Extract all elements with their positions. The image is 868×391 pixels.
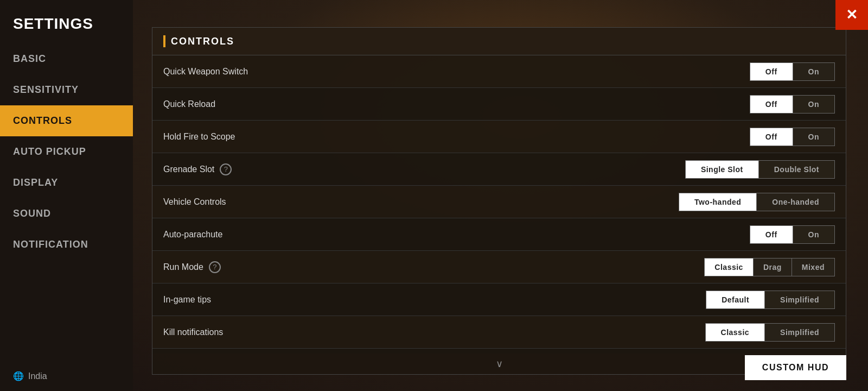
setting-label-run-mode: Run Mode? — [163, 261, 704, 273]
sidebar-item-auto-pickup[interactable]: AUTO PICKUP — [0, 136, 133, 167]
globe-icon: 🌐 — [13, 371, 24, 381]
main-panel: CONTROLS Quick Weapon SwitchOffOnQuick R… — [152, 27, 846, 375]
close-icon: ✕ — [846, 7, 858, 23]
sidebar-item-display[interactable]: DISPLAY — [0, 167, 133, 198]
setting-label-vehicle-controls: Vehicle Controls — [163, 197, 679, 207]
setting-text-kill-notifications: Kill notifications — [163, 327, 223, 337]
setting-label-hold-fire-scope: Hold Fire to Scope — [163, 132, 750, 142]
setting-label-quick-weapon-switch: Quick Weapon Switch — [163, 67, 750, 77]
setting-text-quick-reload: Quick Reload — [163, 99, 215, 109]
toggle-btn-quick-reload-0[interactable]: Off — [750, 96, 793, 113]
setting-text-vehicle-controls: Vehicle Controls — [163, 197, 226, 207]
help-icon-run-mode[interactable]: ? — [209, 261, 221, 273]
toggle-btn-auto-parachute-1[interactable]: On — [793, 226, 834, 243]
settings-list: Quick Weapon SwitchOffOnQuick ReloadOffO… — [152, 55, 846, 354]
toggle-group-grenade-slot: Single SlotDouble Slot — [685, 160, 835, 179]
toggle-btn-quick-weapon-switch-1[interactable]: On — [793, 63, 834, 80]
help-icon-grenade-slot[interactable]: ? — [220, 163, 232, 175]
toggle-btn-run-mode-1[interactable]: Drag — [754, 258, 792, 276]
setting-row-grenade-slot: Grenade Slot?Single SlotDouble Slot — [152, 153, 846, 186]
setting-text-in-game-tips: In-game tips — [163, 295, 211, 305]
setting-label-auto-parachute: Auto-parachute — [163, 230, 750, 239]
setting-row-auto-parachute: Auto-parachuteOffOn — [152, 218, 846, 251]
toggle-btn-run-mode-2[interactable]: Mixed — [792, 258, 834, 276]
sidebar-footer: 🌐 India — [0, 361, 133, 391]
section-bar-accent — [163, 35, 165, 47]
setting-text-grenade-slot: Grenade Slot — [163, 165, 214, 174]
toggle-btn-grenade-slot-0[interactable]: Single Slot — [686, 161, 759, 178]
sidebar-item-sensitivity[interactable]: SENSITIVITY — [0, 74, 133, 105]
toggle-group-auto-parachute: OffOn — [750, 225, 835, 244]
setting-text-hold-fire-scope: Hold Fire to Scope — [163, 132, 235, 142]
toggle-btn-auto-parachute-0[interactable]: Off — [750, 226, 793, 243]
setting-row-hold-fire-scope: Hold Fire to ScopeOffOn — [152, 121, 846, 153]
toggle-group-vehicle-controls: Two-handedOne-handed — [679, 193, 835, 211]
toggle-btn-grenade-slot-1[interactable]: Double Slot — [759, 161, 834, 178]
setting-row-run-mode: Run Mode?ClassicDragMixed — [152, 251, 846, 283]
toggle-btn-kill-notifications-0[interactable]: Classic — [706, 324, 765, 341]
setting-label-quick-reload: Quick Reload — [163, 99, 750, 109]
setting-text-auto-parachute: Auto-parachute — [163, 230, 222, 239]
toggle-btn-vehicle-controls-0[interactable]: Two-handed — [679, 193, 757, 211]
setting-label-kill-notifications: Kill notifications — [163, 327, 705, 337]
custom-hud-button[interactable]: CUSTOM HUD — [745, 355, 846, 380]
close-button[interactable]: ✕ — [835, 0, 868, 30]
toggle-btn-hold-fire-scope-1[interactable]: On — [793, 128, 834, 146]
scroll-down-indicator[interactable]: ∨ — [152, 354, 846, 374]
setting-row-kill-notifications: Kill notificationsClassicSimplified — [152, 316, 846, 349]
toggle-btn-kill-notifications-1[interactable]: Simplified — [765, 324, 834, 341]
setting-label-grenade-slot: Grenade Slot? — [163, 163, 685, 175]
section-title: CONTROLS — [171, 36, 234, 47]
toggle-btn-in-game-tips-1[interactable]: Simplified — [765, 291, 834, 308]
toggle-btn-run-mode-0[interactable]: Classic — [705, 258, 754, 276]
setting-label-in-game-tips: In-game tips — [163, 295, 706, 305]
toggle-group-run-mode: ClassicDragMixed — [704, 258, 835, 276]
setting-row-quick-weapon-switch: Quick Weapon SwitchOffOn — [152, 55, 846, 88]
toggle-btn-vehicle-controls-1[interactable]: One-handed — [757, 193, 834, 211]
region-label: India — [28, 371, 47, 381]
toggle-btn-quick-weapon-switch-0[interactable]: Off — [750, 63, 793, 80]
toggle-group-in-game-tips: DefaultSimplified — [706, 291, 835, 309]
toggle-group-kill-notifications: ClassicSimplified — [705, 323, 835, 342]
setting-row-vehicle-controls: Vehicle ControlsTwo-handedOne-handed — [152, 186, 846, 218]
sidebar: SETTINGS BASIC SENSITIVITY CONTROLS AUTO… — [0, 0, 133, 391]
app-title: SETTINGS — [0, 5, 133, 43]
sidebar-item-controls[interactable]: CONTROLS — [0, 105, 133, 136]
setting-row-quick-reload: Quick ReloadOffOn — [152, 88, 846, 121]
setting-text-quick-weapon-switch: Quick Weapon Switch — [163, 67, 248, 77]
toggle-group-hold-fire-scope: OffOn — [750, 128, 835, 146]
toggle-btn-quick-reload-1[interactable]: On — [793, 96, 834, 113]
toggle-btn-in-game-tips-0[interactable]: Default — [706, 291, 765, 308]
sidebar-item-basic[interactable]: BASIC — [0, 43, 133, 74]
section-header: CONTROLS — [152, 28, 846, 55]
setting-row-damage-indicator: Damage IndicatorClassicNew — [152, 349, 846, 354]
setting-row-in-game-tips: In-game tipsDefaultSimplified — [152, 283, 846, 316]
toggle-group-quick-weapon-switch: OffOn — [750, 62, 835, 81]
toggle-group-quick-reload: OffOn — [750, 95, 835, 113]
setting-text-run-mode: Run Mode — [163, 262, 203, 272]
toggle-btn-hold-fire-scope-0[interactable]: Off — [750, 128, 793, 146]
sidebar-item-notification[interactable]: NOTIFICATION — [0, 229, 133, 260]
sidebar-item-sound[interactable]: SOUND — [0, 198, 133, 229]
